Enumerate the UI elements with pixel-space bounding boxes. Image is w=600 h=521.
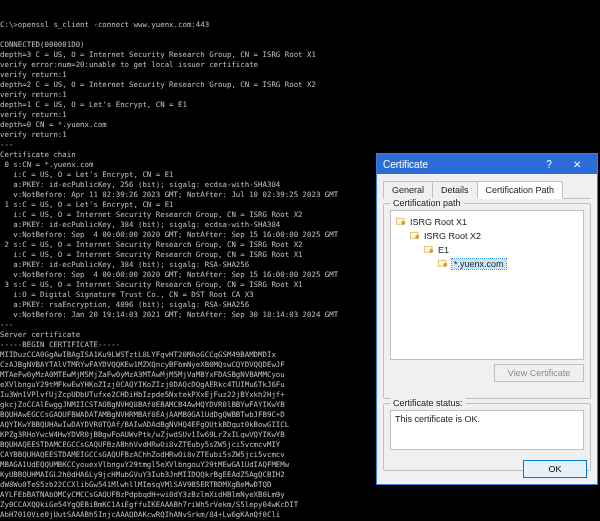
certificate-dialog: Certificate ? ✕ General Details Certific… (376, 153, 598, 485)
cert-chain-tree[interactable]: ISRG Root X1 ISRG Root X2 E1 *.yuenx.com (390, 210, 584, 360)
tree-node-root[interactable]: ISRG Root X1 (395, 215, 579, 229)
certificate-icon (423, 244, 435, 256)
certificate-icon (437, 258, 449, 270)
group-label-status: Certificate status: (390, 398, 466, 408)
tree-label: ISRG Root X1 (410, 217, 467, 227)
close-button[interactable]: ✕ (563, 154, 591, 174)
ok-button[interactable]: OK (523, 460, 587, 478)
tab-details[interactable]: Details (432, 181, 478, 199)
tree-node-leaf[interactable]: *.yuenx.com (395, 257, 579, 271)
view-certificate-button: View Certificate (494, 364, 584, 382)
tree-label: E1 (438, 245, 449, 255)
certificate-icon (395, 216, 407, 228)
command-line: C:\>openssl s_client -connect www.yuenx.… (0, 20, 600, 30)
tab-strip: General Details Certification Path (383, 180, 591, 199)
svg-point-3 (416, 235, 419, 238)
titlebar[interactable]: Certificate ? ✕ (377, 154, 597, 174)
tree-node-issuer[interactable]: E1 (395, 243, 579, 257)
dialog-title: Certificate (383, 159, 428, 170)
svg-point-1 (402, 221, 405, 224)
group-label-certpath: Certification path (390, 198, 464, 208)
svg-point-7 (444, 263, 447, 266)
close-icon: ✕ (573, 159, 581, 170)
tab-certification-path[interactable]: Certification Path (477, 181, 564, 199)
svg-point-5 (430, 249, 433, 252)
certification-path-group: Certification path ISRG Root X1 ISRG Roo… (383, 203, 591, 399)
tree-node-intermediate[interactable]: ISRG Root X2 (395, 229, 579, 243)
dialog-footer: OK (523, 460, 587, 478)
tree-label: ISRG Root X2 (424, 231, 481, 241)
certificate-status-text: This certificate is OK. (390, 410, 584, 450)
tree-label-selected: *.yuenx.com (452, 259, 506, 269)
help-button[interactable]: ? (535, 154, 563, 174)
tab-general[interactable]: General (383, 181, 433, 199)
certificate-icon (409, 230, 421, 242)
